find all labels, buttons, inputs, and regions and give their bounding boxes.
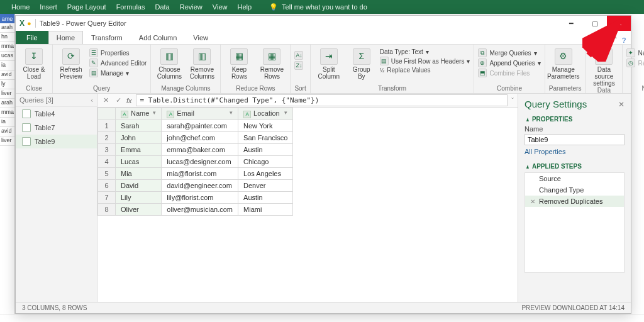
column-header[interactable]: ALocation▾ <box>238 108 293 120</box>
formula-dropdown-icon[interactable]: ˇ <box>511 97 514 104</box>
cell-location[interactable]: Austin <box>238 192 293 204</box>
step-item[interactable]: ✕Removed Duplicates <box>525 196 624 207</box>
cell-email[interactable]: emma@baker.com <box>162 144 238 156</box>
applied-steps-header[interactable]: ▲APPLIED STEPS <box>525 163 625 170</box>
cell-location[interactable]: New York <box>238 120 293 132</box>
replace-values-button[interactable]: ½ Replace Values <box>380 67 470 74</box>
sort-asc-button[interactable]: A↓ <box>294 51 303 60</box>
cell-email[interactable]: lucas@designer.com <box>162 156 238 168</box>
minimize-button[interactable]: ━ <box>559 16 583 31</box>
query-name-input[interactable] <box>525 134 625 145</box>
queries-header[interactable]: Queries [3] ‹ <box>16 94 97 107</box>
combine-files-button[interactable]: ⬒Combine Files <box>478 69 540 77</box>
properties-section-header[interactable]: ▲PROPERTIES <box>525 116 625 123</box>
close-and-load-button[interactable]: ↧ Close & Load <box>19 47 48 80</box>
refresh-preview-button[interactable]: ⟳ Refresh Preview <box>57 47 86 80</box>
cell-email[interactable]: lily@florist.com <box>162 192 238 204</box>
column-header[interactable]: AName▾ <box>116 108 162 120</box>
cancel-formula-icon[interactable]: ✕ <box>101 96 110 104</box>
cell-name[interactable]: John <box>116 132 162 144</box>
table-row[interactable]: 6 David david@engineer.com Denver <box>98 180 293 192</box>
query-item[interactable]: Table9 <box>16 135 97 148</box>
manage-parameters-button[interactable]: ⚙Manage Parameters <box>549 47 578 80</box>
all-properties-link[interactable]: All Properties <box>525 148 565 155</box>
manage-button[interactable]: ▤Manage ▾ <box>89 69 147 77</box>
remove-rows-button[interactable]: ▦Remove Rows <box>257 47 286 80</box>
cell-location[interactable]: Chicago <box>238 156 293 168</box>
choose-columns-button[interactable]: ▥Choose Columns <box>155 47 184 80</box>
help-icon[interactable]: ? <box>622 36 626 44</box>
cell-email[interactable]: mia@florist.com <box>162 168 238 180</box>
cell-email[interactable]: john@chef.com <box>162 132 238 144</box>
recent-sources-button[interactable]: ◷Recent Sources ▾ <box>626 58 644 67</box>
filter-dropdown-icon[interactable]: ▾ <box>153 109 156 116</box>
accept-formula-icon[interactable]: ✓ <box>114 96 123 104</box>
excel-tab[interactable]: Review <box>180 3 203 11</box>
excel-tab[interactable]: Formulas <box>116 3 145 11</box>
excel-tab[interactable]: Help <box>237 3 252 11</box>
excel-tab[interactable]: Insert <box>40 3 57 11</box>
first-row-headers-button[interactable]: ▤Use First Row as Headers ▾ <box>380 57 470 65</box>
data-source-settings-button[interactable]: ⚙Data source settings <box>589 47 618 87</box>
close-button[interactable]: ✕ <box>607 16 631 31</box>
excel-tab[interactable]: Data <box>155 3 169 11</box>
sort-desc-button[interactable]: Z↓ <box>294 61 303 70</box>
table-row[interactable]: 3 Emma emma@baker.com Austin <box>98 144 293 156</box>
cell-location[interactable]: Los Angeles <box>238 168 293 180</box>
excel-tab[interactable]: Page Layout <box>67 3 106 11</box>
cell-location[interactable]: Miami <box>238 204 293 216</box>
cell-location[interactable]: Denver <box>238 180 293 192</box>
merge-queries-button[interactable]: ⧉Merge Queries ▾ <box>478 48 540 57</box>
cell-email[interactable]: david@engineer.com <box>162 180 238 192</box>
table-row[interactable]: 1 Sarah sarah@painter.com New York <box>98 120 293 132</box>
properties-button[interactable]: ☰Properties <box>89 48 147 57</box>
cell-name[interactable]: Oliver <box>116 204 162 216</box>
maximize-button[interactable]: ▢ <box>583 16 607 31</box>
tell-me[interactable]: 💡 Tell me what you want to do <box>269 3 367 11</box>
remove-columns-button[interactable]: ▥Remove Columns <box>187 47 216 80</box>
advanced-editor-button[interactable]: ✎Advanced Editor <box>89 58 147 67</box>
cell-name[interactable]: Lily <box>116 192 162 204</box>
append-queries-button[interactable]: ⊕Append Queries ▾ <box>478 58 540 67</box>
keep-rows-button[interactable]: ▦Keep Rows <box>225 47 253 80</box>
fx-icon[interactable]: fx <box>126 97 132 104</box>
table-corner[interactable] <box>98 108 116 120</box>
tab-file[interactable]: File <box>16 31 48 44</box>
table-row[interactable]: 8 Oliver oliver@musician.com Miami <box>98 204 293 216</box>
table-row[interactable]: 4 Lucas lucas@designer.com Chicago <box>98 156 293 168</box>
filter-dropdown-icon[interactable]: ▾ <box>284 109 287 116</box>
delete-step-icon[interactable]: ✕ <box>530 198 536 205</box>
table-row[interactable]: 7 Lily lily@florist.com Austin <box>98 192 293 204</box>
new-source-button[interactable]: ✦New Source ▾ <box>626 48 644 57</box>
collapse-ribbon-icon[interactable]: ˆ <box>614 36 617 44</box>
close-pane-icon[interactable]: ✕ <box>618 100 625 109</box>
tab-add-column[interactable]: Add Column <box>131 31 186 44</box>
formula-input[interactable]: = Table.Distinct(#"Changed Type", {"Name… <box>136 94 508 106</box>
cell-name[interactable]: Sarah <box>116 120 162 132</box>
chevron-left-icon[interactable]: ‹ <box>91 96 93 104</box>
group-by-button[interactable]: ΣGroup By <box>347 47 376 80</box>
excel-tab[interactable]: Home <box>11 3 30 11</box>
cell-location[interactable]: Austin <box>238 144 293 156</box>
query-item[interactable]: Table7 <box>16 121 97 135</box>
filter-dropdown-icon[interactable]: ▾ <box>230 109 233 116</box>
table-row[interactable]: 2 John john@chef.com San Francisco <box>98 132 293 144</box>
tab-view[interactable]: View <box>185 31 216 44</box>
query-item[interactable]: Table4 <box>16 107 97 121</box>
cell-name[interactable]: Mia <box>116 168 162 180</box>
cell-name[interactable]: Emma <box>116 144 162 156</box>
column-header[interactable]: AEmail▾ <box>162 108 238 120</box>
split-column-button[interactable]: ⇥Split Column <box>314 47 343 80</box>
table-row[interactable]: 5 Mia mia@florist.com Los Angeles <box>98 168 293 180</box>
step-item[interactable]: Source <box>525 173 624 184</box>
step-item[interactable]: Changed Type <box>525 184 624 196</box>
cell-name[interactable]: David <box>116 180 162 192</box>
tab-transform[interactable]: Transform <box>83 31 131 44</box>
data-type-button[interactable]: Data Type: Text ▾ <box>380 48 470 55</box>
cell-email[interactable]: oliver@musician.com <box>162 204 238 216</box>
cell-name[interactable]: Lucas <box>116 156 162 168</box>
tab-home[interactable]: Home <box>48 31 83 44</box>
cell-location[interactable]: San Francisco <box>238 132 293 144</box>
excel-tab[interactable]: View <box>213 3 228 11</box>
cell-email[interactable]: sarah@painter.com <box>162 120 238 132</box>
